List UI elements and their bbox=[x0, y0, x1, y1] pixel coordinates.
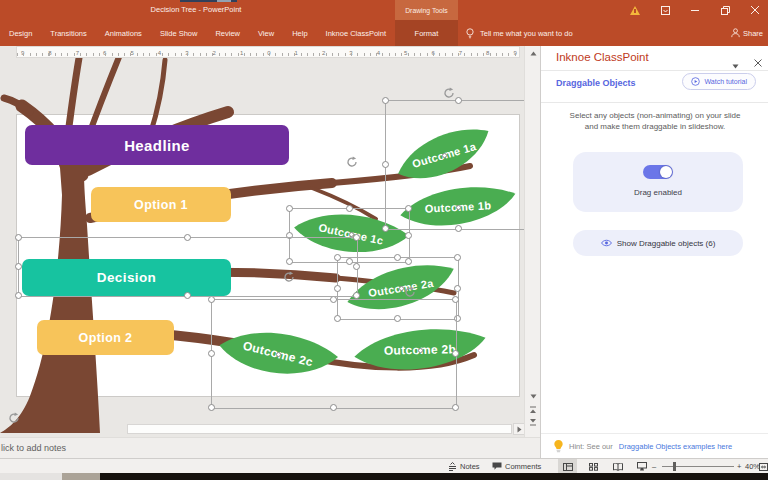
watch-tutorial-label: Watch tutorial bbox=[704, 78, 747, 85]
zoom-out-button[interactable]: – bbox=[652, 459, 656, 474]
selection-handle[interactable] bbox=[452, 296, 459, 303]
selection-handle[interactable] bbox=[382, 97, 389, 104]
previous-slide-button[interactable] bbox=[526, 404, 540, 415]
selection-handle[interactable] bbox=[405, 205, 412, 212]
selection-handle[interactable] bbox=[286, 205, 293, 212]
selection-handle[interactable] bbox=[452, 350, 459, 357]
warning-icon[interactable] bbox=[626, 0, 644, 20]
tab-design[interactable]: Design bbox=[0, 29, 41, 38]
selection-handle[interactable] bbox=[15, 292, 22, 299]
shape-option-2[interactable]: Option 2 bbox=[37, 320, 174, 355]
next-slide-button[interactable] bbox=[526, 416, 540, 427]
selection-handle[interactable] bbox=[208, 404, 215, 411]
notes-pane[interactable]: lick to add notes bbox=[0, 437, 540, 458]
restore-button[interactable] bbox=[716, 0, 734, 20]
tab-format[interactable]: Format bbox=[395, 20, 458, 46]
object-center-handle[interactable] bbox=[349, 232, 354, 237]
notes-icon bbox=[448, 462, 457, 471]
hint-text: Hint: See our bbox=[569, 442, 613, 451]
selection-box[interactable] bbox=[211, 299, 457, 409]
selection-handle[interactable] bbox=[452, 404, 459, 411]
selection-handle[interactable] bbox=[394, 254, 401, 261]
titlebar: Decision Tree - PowerPoint Drawing Tools bbox=[0, 0, 768, 20]
drag-enabled-toggle[interactable] bbox=[643, 165, 673, 179]
selection-handle[interactable] bbox=[15, 234, 22, 241]
scroll-down-button[interactable] bbox=[526, 391, 540, 402]
comments-icon bbox=[492, 462, 502, 471]
panel-title: Inknoe ClassPoint bbox=[556, 51, 649, 63]
selection-handle[interactable] bbox=[353, 234, 360, 241]
scroll-up-button[interactable] bbox=[526, 48, 540, 59]
panel-close-icon[interactable] bbox=[754, 53, 762, 71]
selection-handle[interactable] bbox=[382, 161, 389, 168]
scroll-right-button[interactable] bbox=[513, 423, 524, 435]
selection-handle[interactable] bbox=[208, 350, 215, 357]
zoom-level[interactable]: 40% bbox=[745, 459, 760, 474]
share-button[interactable]: Share bbox=[731, 20, 763, 46]
selection-handle[interactable] bbox=[208, 296, 215, 303]
object-center-handle[interactable] bbox=[276, 352, 281, 357]
notes-button[interactable]: Notes bbox=[448, 459, 480, 474]
slide-sorter-view-button[interactable] bbox=[584, 459, 603, 474]
tab-slide-show[interactable]: Slide Show bbox=[151, 29, 207, 38]
notes-placeholder[interactable]: lick to add notes bbox=[1, 443, 66, 453]
zoom-slider-thumb[interactable] bbox=[673, 462, 676, 471]
rotation-handle-icon[interactable] bbox=[443, 85, 455, 97]
object-center-handle[interactable] bbox=[418, 348, 423, 353]
tell-me-box[interactable]: Tell me what you want to do bbox=[466, 20, 573, 46]
object-center-handle[interactable] bbox=[456, 205, 461, 210]
selection-box[interactable] bbox=[18, 237, 358, 297]
ruler-ticks bbox=[17, 53, 519, 56]
selection-handle[interactable] bbox=[455, 225, 462, 232]
selection-handle[interactable] bbox=[454, 254, 461, 261]
zoom-in-button[interactable]: + bbox=[737, 459, 741, 474]
window-title: Decision Tree - PowerPoint bbox=[96, 0, 296, 20]
selection-handle[interactable] bbox=[15, 263, 22, 270]
horizontal-ruler[interactable]: 9876543210123456789 bbox=[16, 46, 520, 58]
hint-link[interactable]: Draggable Objects examples here bbox=[619, 442, 732, 451]
selection-handle[interactable] bbox=[454, 285, 461, 292]
shape-headline[interactable]: Headline bbox=[25, 125, 289, 165]
tab-transitions[interactable]: Transitions bbox=[41, 29, 95, 38]
lightbulb-icon bbox=[466, 28, 474, 39]
object-center-handle[interactable] bbox=[442, 153, 447, 158]
warning-triangle-icon bbox=[630, 6, 640, 15]
comments-button[interactable]: Comments bbox=[492, 459, 541, 474]
selection-handle[interactable] bbox=[405, 232, 412, 239]
selection-handle[interactable] bbox=[330, 404, 337, 411]
rotation-handle-icon[interactable] bbox=[283, 269, 295, 281]
horizontal-scrollbar[interactable] bbox=[127, 424, 512, 434]
vertical-scrollbar[interactable] bbox=[524, 46, 540, 437]
slideshow-view-button[interactable] bbox=[632, 459, 651, 474]
object-center-handle[interactable] bbox=[399, 286, 404, 291]
show-draggable-objects-button[interactable]: Show Draggable objects (6) bbox=[573, 230, 743, 256]
watch-tutorial-button[interactable]: Watch tutorial bbox=[682, 73, 756, 90]
rotation-handle-icon[interactable] bbox=[346, 154, 358, 166]
selection-handle[interactable] bbox=[353, 263, 360, 270]
rotation-handle-icon[interactable] bbox=[404, 284, 416, 296]
tab-inknoe-classpoint[interactable]: Inknoe ClassPoint bbox=[317, 29, 395, 38]
tab-view[interactable]: View bbox=[249, 29, 283, 38]
selection-handle[interactable] bbox=[353, 292, 360, 299]
rotation-handle-icon[interactable] bbox=[8, 410, 20, 422]
top-edge-artifact bbox=[217, 0, 231, 2]
normal-view-button[interactable] bbox=[558, 459, 577, 474]
selection-handle[interactable] bbox=[346, 205, 353, 212]
tab-review[interactable]: Review bbox=[206, 29, 249, 38]
tab-format-label: Format bbox=[415, 29, 439, 38]
selection-handle[interactable] bbox=[330, 296, 337, 303]
close-button[interactable] bbox=[746, 0, 764, 20]
selection-handle[interactable] bbox=[184, 234, 191, 241]
drag-enabled-label: Drag enabled bbox=[573, 188, 743, 197]
ribbon-display-options-icon[interactable] bbox=[656, 0, 674, 20]
fit-slide-to-window-button[interactable] bbox=[759, 459, 768, 474]
divider bbox=[541, 102, 768, 103]
reading-view-button[interactable] bbox=[608, 459, 627, 474]
selection-handle[interactable] bbox=[455, 97, 462, 104]
selection-handle[interactable] bbox=[184, 292, 191, 299]
tab-animations[interactable]: Animations bbox=[96, 29, 151, 38]
minimize-button[interactable] bbox=[686, 0, 704, 20]
shape-option-1[interactable]: Option 1 bbox=[91, 187, 231, 222]
tab-help[interactable]: Help bbox=[283, 29, 316, 38]
taskbar-segment bbox=[62, 473, 100, 480]
